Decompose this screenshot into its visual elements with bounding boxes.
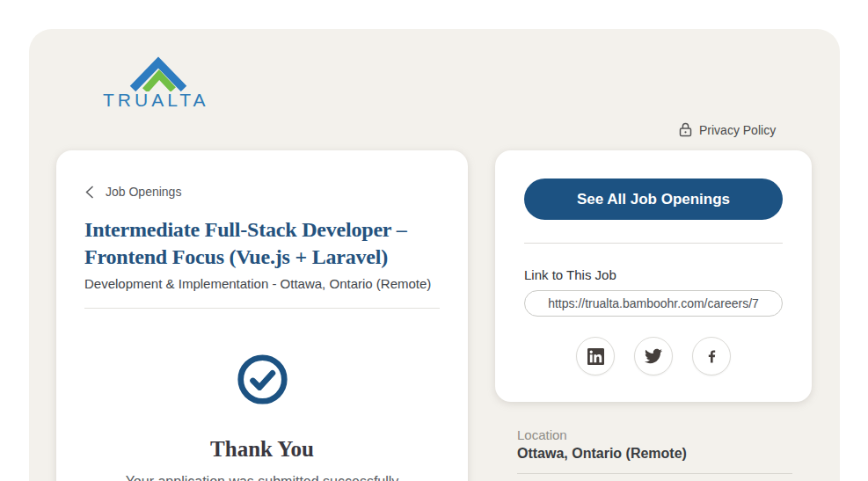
application-confirmation-card: Job Openings Intermediate Full-Stack Dev… [56,150,468,481]
location-value: Ottawa, Ontario (Remote) [517,446,792,462]
twitter-icon [645,347,662,365]
job-details-location: Location Ottawa, Ontario (Remote) [517,427,792,474]
facebook-share-button[interactable] [692,337,731,375]
see-all-job-openings-button[interactable]: See All Job Openings [524,179,783,220]
privacy-policy-label: Privacy Policy [699,123,776,137]
trualta-mountain-icon [129,56,187,91]
check-circle-icon [236,353,289,406]
share-card-divider [524,243,783,244]
back-to-job-openings-link[interactable]: Job Openings [84,185,440,199]
privacy-policy-link[interactable]: Privacy Policy [679,122,776,137]
job-title-line-2: Frontend Focus (Vue.js + Laravel) [84,244,440,271]
location-label: Location [517,427,792,442]
link-to-job-label: Link to This Job [524,267,783,282]
social-share-row [524,337,783,375]
job-department-location: Development & Implementation - Ottawa, O… [84,276,440,291]
share-card: See All Job Openings Link to This Job [495,150,812,402]
success-message: Your application was submitted successfu… [84,474,440,481]
job-title-line-1: Intermediate Full-Stack Developer – [84,216,440,244]
details-divider [517,473,792,474]
brand-wordmark: TRUALTA [103,90,235,111]
company-logo: TRUALTA [103,56,235,111]
facebook-icon [704,348,720,365]
linkedin-share-button[interactable] [576,337,615,375]
chevron-left-icon [84,186,94,199]
lock-icon [679,122,692,137]
thank-you-heading: Thank You [84,437,440,462]
card-divider [84,308,440,309]
twitter-share-button[interactable] [634,337,673,375]
back-link-label: Job Openings [106,185,181,199]
job-title: Intermediate Full-Stack Developer – Fron… [84,216,440,271]
linkedin-icon [587,348,604,365]
job-link-input[interactable] [524,290,783,317]
careers-page: TRUALTA Privacy Policy Job Openings Inte… [0,0,868,481]
success-check-wrap [84,353,440,410]
